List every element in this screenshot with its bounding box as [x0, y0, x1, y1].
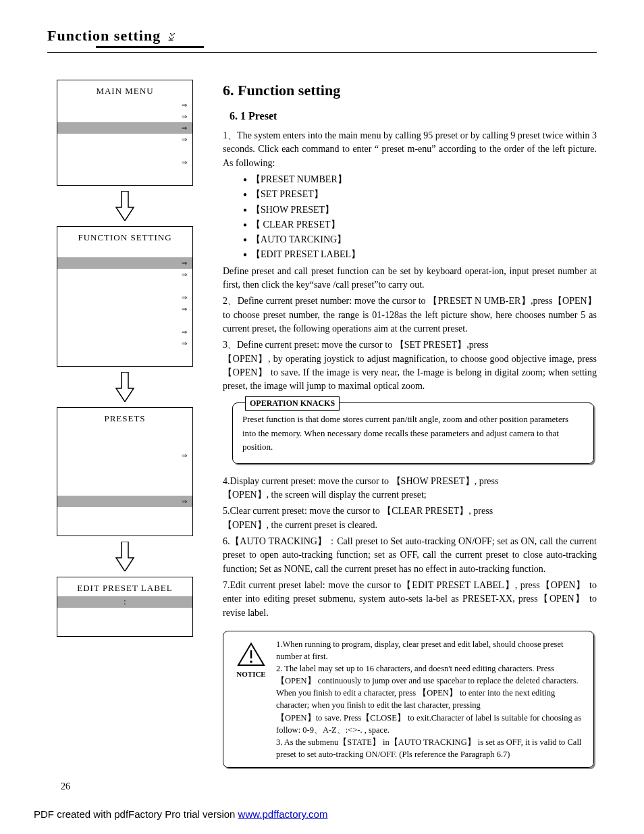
right-arrow-icon: ⇒ — [182, 101, 187, 109]
function-menu-row — [57, 349, 192, 361]
function-menu-row — [57, 315, 192, 326]
main-menu-row — [57, 168, 192, 180]
paragraph-2: 2、Define current preset number: move the… — [223, 294, 597, 336]
footer-link[interactable]: www.pdffactory.com — [238, 808, 328, 820]
paragraph-7: 7.Edit current preset label: move the cu… — [223, 579, 597, 620]
presets-menu-row: ⇒ — [57, 496, 192, 507]
bullet-item: ●【EDIT PRESET LABEL】 — [243, 248, 597, 261]
subsection-heading: 6. 1 Preset — [230, 108, 597, 124]
presets-menu-row — [57, 438, 192, 450]
right-arrow-icon: ⇒ — [182, 340, 187, 347]
notice-box: NOTICE 1.When running to program, displa… — [223, 631, 594, 768]
presets-title: PRESETS — [57, 413, 192, 424]
right-arrow-icon: ⇒ — [182, 294, 187, 301]
page-header: Function setting 𐠃 — [47, 27, 597, 53]
section-heading: 6. Function setting — [223, 80, 597, 101]
right-arrow-icon: ⇒ — [182, 498, 187, 505]
main-menu-row: ⇒ — [57, 157, 192, 168]
bullet-text: 【SET PRESET】 — [251, 188, 323, 201]
bullet-text: 【AUTO TARCKING】 — [251, 233, 346, 246]
function-menu-row: ⇒ — [57, 269, 192, 280]
function-menu-row — [57, 280, 192, 292]
main-menu-row: ⇒ — [57, 111, 192, 122]
function-menu-row: ⇒ — [57, 292, 192, 303]
edit-menu-row — [57, 619, 192, 631]
edit-preset-label-title: EDIT PRESET LABEL — [57, 583, 192, 594]
function-menu-row: ⇒ — [57, 326, 192, 338]
presets-menu-row — [57, 473, 192, 484]
right-arrow-icon: ⇒ — [182, 136, 187, 143]
function-setting-box: FUNCTION SETTING ⇒⇒⇒⇒⇒⇒ — [57, 226, 193, 367]
right-arrow-icon: ⇒ — [182, 452, 187, 459]
paragraph-define: Define preset and call preset function c… — [223, 265, 597, 292]
bullet-dot-icon: ● — [243, 220, 247, 230]
operation-knacks-text: Preset function is that dome stores curr… — [242, 413, 584, 453]
bullet-dot-icon: ● — [243, 235, 247, 245]
bullet-item: ●【AUTO TARCKING】 — [243, 233, 597, 246]
bullet-item: ●【SET PRESET】 — [243, 188, 597, 201]
function-menu-row — [57, 246, 192, 257]
edit-menu-row: : — [57, 596, 192, 608]
presets-menu-row — [57, 519, 192, 530]
right-arrow-icon: ⇒ — [182, 271, 187, 278]
bullet-dot-icon: ● — [243, 175, 247, 185]
bullet-list: ●【PRESET NUMBER】●【SET PRESET】●【SHOW PRES… — [243, 173, 597, 262]
paragraph-6: 6.【AUTO TRACKING】：Call preset to Set aut… — [223, 535, 597, 576]
edit-preset-label-box: EDIT PRESET LABEL : — [57, 577, 193, 637]
right-arrow-icon: ⇒ — [182, 124, 187, 132]
main-menu-row: ⇒ — [57, 99, 192, 111]
presets-menu-row: ⇒ — [57, 450, 192, 461]
notice-text: 1.When running to program, display, clea… — [276, 638, 585, 760]
svg-point-1 — [250, 660, 252, 663]
bullet-item: ●【PRESET NUMBER】 — [243, 173, 597, 186]
left-column: MAIN MENU ⇒⇒⇒⇒⇒ FUNCTION SETTING ⇒⇒⇒⇒⇒⇒ … — [47, 80, 203, 768]
presets-menu-row — [57, 507, 192, 519]
down-arrow-icon — [115, 191, 135, 221]
presets-menu-row — [57, 461, 192, 473]
main-menu-title: MAIN MENU — [57, 86, 192, 97]
bullet-text: 【 CLEAR PRESET】 — [251, 218, 340, 232]
bullet-text: 【EDIT PRESET LABEL】 — [251, 248, 360, 261]
down-arrow-icon — [115, 372, 135, 402]
edit-menu-row — [57, 608, 192, 619]
function-menu-row: ⇒ — [57, 257, 192, 269]
page-number: 26 — [61, 781, 597, 792]
bullet-item: ●【 CLEAR PRESET】 — [243, 218, 597, 232]
presets-menu-row — [57, 427, 192, 438]
function-menu-row: ⇒ — [57, 338, 192, 349]
warning-icon — [237, 642, 265, 667]
header-flourish-icon: 𐠃 — [167, 27, 175, 44]
footer-text: PDF created with pdfFactory Pro trial ve… — [34, 808, 238, 820]
bullet-dot-icon: ● — [243, 190, 247, 200]
bullet-dot-icon: ● — [243, 250, 247, 260]
bullet-text: 【SHOW PRESET】 — [251, 203, 334, 217]
paragraph-1: 1、The system enters into the main menu b… — [223, 129, 597, 170]
operation-knacks-box: OPERATION KNACKS Preset function is that… — [232, 402, 594, 463]
function-menu-row: ⇒ — [57, 303, 192, 315]
header-underline — [96, 46, 204, 48]
main-menu-row: ⇒ — [57, 134, 192, 145]
right-arrow-icon: ⇒ — [182, 328, 187, 336]
main-menu-row: ⇒ — [57, 122, 192, 134]
presets-box: PRESETS ⇒⇒ — [57, 407, 193, 536]
presets-menu-row — [57, 484, 192, 496]
header-title: Function setting — [47, 27, 161, 44]
down-arrow-icon — [115, 542, 135, 571]
right-arrow-icon: ⇒ — [182, 113, 187, 120]
paragraph-4: 4.Display current preset: move the curso… — [223, 475, 597, 502]
paragraph-3: 3、Define current preset: move the cursor… — [223, 338, 597, 393]
bullet-dot-icon: ● — [243, 205, 247, 215]
main-menu-box: MAIN MENU ⇒⇒⇒⇒⇒ — [57, 80, 193, 186]
paragraph-5: 5.Clear current preset: move the cursor … — [223, 504, 597, 532]
operation-knacks-label: OPERATION KNACKS — [245, 396, 340, 411]
right-arrow-icon: ⇒ — [182, 159, 187, 166]
pdf-footer: PDF created with pdfFactory Pro trial ve… — [34, 808, 597, 820]
right-arrow-icon: ⇒ — [182, 259, 187, 267]
right-column: 6. Function setting 6. 1 Preset 1、The sy… — [223, 80, 597, 768]
right-arrow-icon: ⇒ — [182, 305, 187, 313]
function-setting-title: FUNCTION SETTING — [57, 232, 192, 243]
bullet-item: ●【SHOW PRESET】 — [243, 203, 597, 217]
bullet-text: 【PRESET NUMBER】 — [251, 173, 347, 186]
notice-label: NOTICE — [236, 669, 265, 680]
menu-row-text: : — [124, 597, 126, 607]
